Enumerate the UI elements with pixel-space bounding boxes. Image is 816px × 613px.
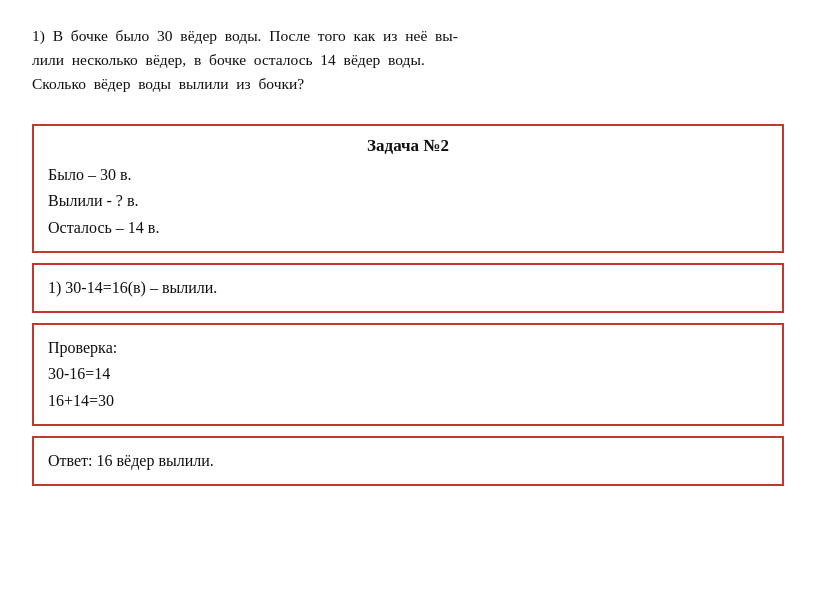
check-label: Проверка: (48, 335, 768, 361)
task-box: Задача №2 Было – 30 в. Вылили - ? в. Ост… (32, 124, 784, 253)
check-box: Проверка: 30-16=14 16+14=30 (32, 323, 784, 426)
solution-text: 1) 30-14=16(в) – вылили. (48, 275, 768, 301)
task-box-title: Задача №2 (48, 136, 768, 156)
answer-box: Ответ: 16 вёдер вылили. (32, 436, 784, 486)
answer-text: Ответ: 16 вёдер вылили. (48, 448, 768, 474)
task-box-line3: Осталось – 14 в. (48, 215, 768, 241)
problem-text: 1) В бочке было 30 вёдер воды. После тог… (32, 24, 784, 96)
check-line1: 30-16=14 (48, 361, 768, 387)
task-box-line2: Вылили - ? в. (48, 188, 768, 214)
task-box-line1: Было – 30 в. (48, 162, 768, 188)
solution-box: 1) 30-14=16(в) – вылили. (32, 263, 784, 313)
check-line2: 16+14=30 (48, 388, 768, 414)
